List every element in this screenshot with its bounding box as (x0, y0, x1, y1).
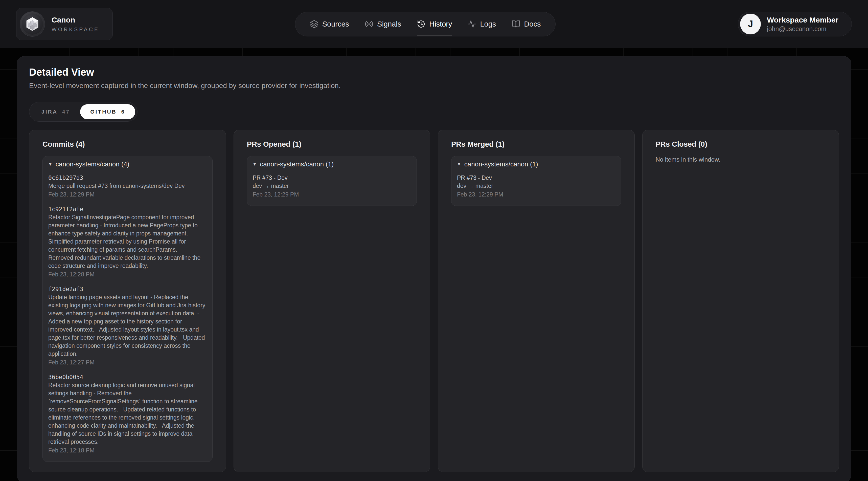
pr-item[interactable]: PR #73 - Devdev → masterFeb 23, 12:29 PM (253, 174, 411, 199)
repo-group-card: ▼canon-systems/canon (1)PR #73 - Devdev … (247, 156, 417, 206)
repo-group-card: ▼canon-systems/canon (4)0c61b297d3Merge … (42, 156, 213, 462)
timestamp: Feb 23, 12:29 PM (48, 190, 207, 199)
book-open-icon (512, 20, 520, 28)
column-title: PRs Opened (1) (247, 140, 417, 148)
toggle-label: GITHUB (90, 109, 117, 115)
tab-label: History (429, 20, 452, 28)
user-text: Workspace Member john@usecanon.com (767, 16, 838, 33)
main-content: Detailed View Event-level movement captu… (0, 48, 868, 481)
layers-icon (310, 20, 318, 28)
user-email: john@usecanon.com (767, 25, 838, 33)
column-title: PRs Closed (0) (656, 140, 826, 148)
commit-hash: 1c921f2afe (48, 205, 207, 213)
commit-item[interactable]: f291de2af3Update landing page assets and… (48, 285, 207, 366)
radio-icon (365, 20, 373, 28)
column-prs-merged-1: PRs Merged (1)▼canon-systems/canon (1)PR… (438, 130, 635, 472)
toggle-count: 6 (121, 109, 125, 115)
detailed-view-panel: Detailed View Event-level movement captu… (17, 56, 851, 481)
commit-item[interactable]: 1c921f2afeRefactor SignalInvestigatePage… (48, 205, 207, 278)
activity-icon (468, 20, 476, 28)
timestamp: Feb 23, 12:29 PM (457, 190, 616, 199)
toggle-count: 47 (62, 109, 70, 115)
commit-message: Merge pull request #73 from canon-system… (48, 182, 207, 190)
tab-label: Signals (377, 20, 401, 28)
timestamp: Feb 23, 12:29 PM (253, 190, 411, 199)
repo-group-header[interactable]: ▼canon-systems/canon (1) (253, 160, 411, 168)
tab-label: Logs (480, 20, 496, 28)
commit-item[interactable]: 36be0b0054Refactor source cleanup logic … (48, 373, 207, 454)
commit-hash: f291de2af3 (48, 285, 207, 293)
repo-group-header[interactable]: ▼canon-systems/canon (1) (457, 160, 616, 168)
avatar: J (740, 14, 761, 34)
timestamp: Feb 23, 12:28 PM (48, 270, 207, 278)
timestamp: Feb 23, 12:27 PM (48, 358, 207, 366)
commit-hash: 0c61b297d3 (48, 174, 207, 182)
user-name: Workspace Member (767, 16, 838, 25)
canon-logo-icon (20, 11, 45, 37)
commit-message: Refactor source cleanup logic and remove… (48, 381, 207, 446)
main-nav: Sources Signals History Logs (295, 12, 556, 36)
tab-docs[interactable]: Docs (512, 20, 541, 28)
column-title: PRs Merged (1) (451, 140, 621, 148)
collapse-caret-icon: ▼ (48, 162, 52, 167)
tab-signals[interactable]: Signals (365, 20, 401, 28)
collapse-caret-icon: ▼ (457, 162, 461, 167)
toggle-jira[interactable]: JIRA 47 (31, 104, 80, 119)
page-subtitle: Event-level movement captured in the cur… (29, 82, 839, 90)
repo-group-name: canon-systems/canon (1) (464, 160, 538, 168)
commit-hash: 36be0b0054 (48, 373, 207, 381)
brand-name: Canon (52, 16, 99, 25)
repo-group-card: ▼canon-systems/canon (1)PR #73 - Devdev … (451, 156, 621, 206)
history-icon (417, 20, 425, 28)
empty-state-text: No items in this window. (656, 156, 826, 163)
toggle-github[interactable]: GITHUB 6 (80, 104, 135, 119)
commit-message: Refactor SignalInvestigatePage component… (48, 213, 207, 270)
repo-group-name: canon-systems/canon (1) (260, 160, 334, 168)
column-title: Commits (4) (42, 140, 213, 148)
column-commits-4: Commits (4)▼canon-systems/canon (4)0c61b… (29, 130, 226, 472)
pr-item[interactable]: PR #73 - Devdev → masterFeb 23, 12:29 PM (457, 174, 616, 199)
collapse-caret-icon: ▼ (253, 162, 257, 167)
column-prs-closed-0: PRs Closed (0)No items in this window. (642, 130, 839, 472)
commit-item[interactable]: 0c61b297d3Merge pull request #73 from ca… (48, 174, 207, 199)
brand-text: Canon WORKSPACE (52, 16, 99, 32)
page-title: Detailed View (29, 66, 839, 78)
user-menu[interactable]: J Workspace Member john@usecanon.com (738, 12, 852, 36)
tab-logs[interactable]: Logs (468, 20, 496, 28)
toggle-label: JIRA (41, 109, 58, 115)
timestamp: Feb 23, 12:18 PM (48, 446, 207, 454)
brand-card[interactable]: Canon WORKSPACE (16, 8, 113, 40)
app-root: Canon WORKSPACE Sources Signals (0, 0, 868, 481)
tab-history[interactable]: History (417, 20, 452, 28)
provider-columns: Commits (4)▼canon-systems/canon (4)0c61b… (29, 130, 839, 472)
column-prs-opened-1: PRs Opened (1)▼canon-systems/canon (1)PR… (234, 130, 430, 472)
top-bar: Canon WORKSPACE Sources Signals (0, 0, 868, 48)
repo-group-header[interactable]: ▼canon-systems/canon (4) (48, 160, 207, 168)
provider-toggle: JIRA 47 GITHUB 6 (29, 102, 137, 122)
brand-subtitle: WORKSPACE (52, 26, 99, 32)
tab-sources[interactable]: Sources (310, 20, 349, 28)
pr-title: PR #73 - Dev (253, 174, 411, 182)
pr-branches: dev → master (457, 182, 616, 190)
commit-message: Update landing page assets and layout - … (48, 293, 207, 358)
tab-label: Docs (524, 20, 541, 28)
pr-branches: dev → master (253, 182, 411, 190)
pr-title: PR #73 - Dev (457, 174, 616, 182)
repo-group-name: canon-systems/canon (4) (56, 160, 129, 168)
tab-label: Sources (322, 20, 349, 28)
